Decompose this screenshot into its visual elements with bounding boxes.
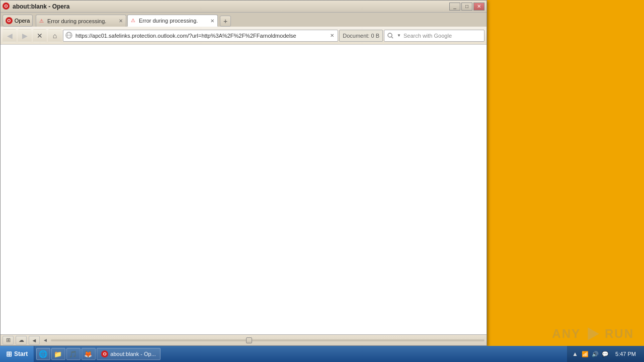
stop-button[interactable]: ✕	[33, 29, 47, 42]
restore-button[interactable]: □	[461, 3, 472, 11]
search-bar[interactable]: ▼ Search with Google	[384, 30, 485, 42]
new-tab-button[interactable]: +	[220, 16, 231, 27]
anyrun-run-text: RUN	[605, 327, 634, 341]
taskbar-opera-item[interactable]: O about:blank - Op...	[97, 348, 160, 360]
home-button[interactable]: ⌂	[48, 29, 62, 42]
nav-bar: ◀ ▶ ✕ ⌂ https://apc01.saf	[1, 27, 487, 45]
tab-error-icon-2: ⚠	[131, 18, 137, 24]
window-title: about:blank - Opera	[13, 3, 449, 10]
cloud-button[interactable]: ☁	[16, 336, 27, 345]
search-placeholder: Search with Google	[404, 33, 452, 39]
address-bar[interactable]: https://apc01.safelinks.protection.outlo…	[63, 30, 338, 42]
forward-icon: ▶	[22, 32, 28, 40]
doc-size-value: 0 B	[371, 33, 379, 39]
taskbar-firefox-icon[interactable]: 🦊	[82, 348, 96, 360]
start-button[interactable]: ⊞ Start	[0, 346, 34, 362]
opera-icon: O	[6, 17, 13, 24]
close-button[interactable]: ✕	[473, 3, 485, 11]
taskbar-media-icon[interactable]: 🎵	[66, 348, 80, 360]
opera-logo: O	[3, 3, 10, 10]
svg-point-3	[388, 33, 392, 37]
forward-button[interactable]: ▶	[18, 29, 32, 42]
title-bar: O about:blank - Opera _ □ ✕	[1, 1, 487, 13]
taskbar: ⊞ Start 🌐 📁 🎵 🦊 O about:blank - O	[0, 346, 644, 362]
address-clear-icon[interactable]: ✕	[329, 32, 336, 39]
status-bar: ⊞ ☁ ◄ ◄	[1, 334, 487, 345]
anyrun-watermark: ANY RUN	[552, 326, 634, 342]
tab-label-2: Error during processing.	[139, 18, 214, 24]
tab-close-1[interactable]: ✕	[118, 18, 124, 24]
opera-window-icon: O	[3, 3, 11, 11]
anyrun-text: ANY	[552, 327, 581, 341]
zoom-thumb[interactable]	[246, 337, 252, 343]
taskbar-items: 🌐 📁 🎵 🦊 O about:blank - Op...	[34, 348, 567, 360]
taskbar-opera-icon: O	[101, 350, 108, 357]
system-clock: 5:47 PM	[611, 351, 640, 357]
taskbar-opera-label: about:blank - Op...	[110, 351, 156, 357]
show-hidden-icon[interactable]: ▲	[571, 350, 579, 358]
ie-icon: 🌐	[39, 350, 47, 358]
stop-icon: ✕	[37, 32, 43, 40]
desktop: O about:blank - Opera _ □ ✕ O Opera ⚠ Er…	[0, 0, 644, 362]
network-icon[interactable]: 📶	[581, 350, 589, 358]
svg-line-4	[391, 37, 393, 38]
tab-close-2[interactable]: ✕	[209, 18, 215, 24]
tab-error-2[interactable]: ⚠ Error during processing. ✕	[127, 15, 218, 27]
folder-icon: 📁	[54, 350, 62, 358]
view-toggle-button[interactable]: ⊞	[3, 336, 14, 345]
turbo-icon: ◄	[32, 337, 37, 343]
firefox-icon: 🦊	[84, 350, 92, 358]
doc-size-label: Document:	[343, 33, 369, 39]
page-content	[1, 45, 487, 334]
back-icon: ◀	[7, 32, 13, 40]
cloud-icon: ☁	[19, 337, 24, 343]
tab-error-1[interactable]: ⚠ Error during processing. ✕	[36, 15, 126, 27]
windows-icon: ⊞	[6, 350, 12, 358]
anyrun-play-icon	[585, 326, 601, 342]
taskbar-ie-icon[interactable]: 🌐	[36, 348, 50, 360]
volume-icon[interactable]: 🔊	[591, 350, 599, 358]
turbo-button[interactable]: ◄	[29, 336, 40, 345]
tab-label-1: Error during processing.	[47, 18, 123, 24]
search-icon	[386, 32, 394, 40]
page-icon	[65, 32, 73, 40]
system-tray: ▲ 📶 🔊 💬 5:47 PM	[567, 346, 644, 362]
browser-window: O about:blank - Opera _ □ ✕ O Opera ⚠ Er…	[0, 0, 487, 346]
media-icon: 🎵	[69, 350, 77, 358]
doc-size-indicator: Document: 0 B	[339, 30, 383, 42]
zoom-out-button[interactable]: ◄	[42, 337, 49, 344]
view-icon: ⊞	[6, 337, 11, 343]
back-button[interactable]: ◀	[3, 29, 17, 42]
window-controls: _ □ ✕	[449, 3, 485, 11]
taskbar-folder-icon[interactable]: 📁	[51, 348, 65, 360]
url-display: https://apc01.safelinks.protection.outlo…	[75, 33, 329, 39]
zoom-slider-wrap: ◄	[42, 337, 485, 344]
minimize-button[interactable]: _	[449, 3, 460, 11]
tab-error-icon-1: ⚠	[39, 18, 45, 24]
home-icon: ⌂	[53, 32, 57, 40]
opera-tab-label: Opera	[15, 18, 30, 24]
tab-bar: O Opera ⚠ Error during processing. ✕ ⚠ E…	[1, 13, 487, 27]
zoom-track	[51, 339, 485, 341]
opera-menu-tab[interactable]: O Opera	[3, 15, 33, 27]
start-label: Start	[14, 350, 28, 357]
search-engine-dropdown[interactable]: ▼	[395, 32, 403, 39]
action-center-icon[interactable]: 💬	[601, 350, 609, 358]
